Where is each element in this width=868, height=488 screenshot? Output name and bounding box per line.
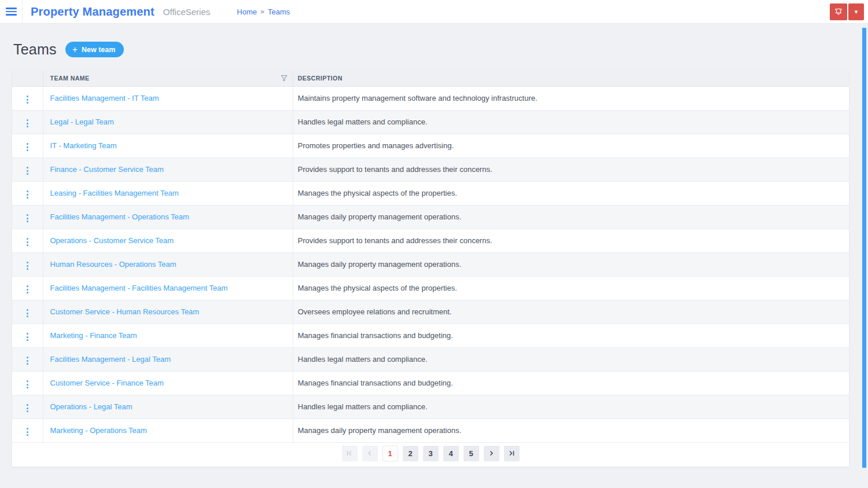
- pagination-page-4[interactable]: 4: [443, 446, 459, 461]
- table-row: Facilities Management - Legal Team Handl…: [12, 347, 849, 371]
- new-team-button-label: New team: [82, 46, 115, 54]
- app-title: Property Management: [31, 5, 155, 19]
- row-menu-kebab-icon[interactable]: [24, 141, 31, 153]
- plus-icon: +: [72, 45, 78, 54]
- vertical-scrollbar[interactable]: [862, 28, 866, 468]
- pagination-prev-button[interactable]: [362, 446, 378, 461]
- table-row: Operations - Legal Team Handles legal ma…: [12, 395, 849, 419]
- pagination-page-2[interactable]: 2: [403, 446, 418, 461]
- row-menu-kebab-icon[interactable]: [24, 188, 31, 201]
- row-menu-kebab-icon[interactable]: [24, 259, 31, 272]
- table-header-row: TEAM NAME DESCRIPTION: [12, 71, 849, 86]
- pagination-last-button[interactable]: [504, 446, 520, 461]
- topbar: Property Management OfficeSeries Home » …: [0, 0, 868, 24]
- row-menu-kebab-icon[interactable]: [24, 283, 31, 296]
- team-name-link[interactable]: Human Resources - Operations Team: [50, 260, 176, 269]
- row-menu-kebab-icon[interactable]: [24, 117, 31, 130]
- pagination-first-button[interactable]: [342, 446, 358, 461]
- app-screen: Property Management OfficeSeries Home » …: [0, 0, 868, 488]
- filter-icon[interactable]: [281, 75, 288, 82]
- pagination-page-5[interactable]: 5: [464, 446, 479, 461]
- team-name-link[interactable]: Facilities Management - IT Team: [50, 94, 159, 102]
- team-name-column-label: TEAM NAME: [50, 75, 90, 82]
- team-name-column-header[interactable]: TEAM NAME: [43, 71, 293, 86]
- team-description: Manages financial transactions and budge…: [293, 324, 849, 347]
- team-description: Manages daily property management operat…: [293, 205, 849, 229]
- row-menu-kebab-icon[interactable]: [24, 212, 31, 225]
- team-description: Manages financial transactions and budge…: [293, 371, 849, 395]
- row-menu-kebab-icon[interactable]: [24, 236, 31, 248]
- description-column-label: DESCRIPTION: [298, 75, 343, 82]
- pagination: 1 2 3 4 5: [12, 443, 849, 467]
- team-description: Manages daily property management operat…: [293, 252, 849, 276]
- team-description: Maintains property management software a…: [293, 86, 849, 110]
- row-menu-kebab-icon[interactable]: [24, 378, 31, 391]
- table-body: Facilities Management - IT Team Maintain…: [12, 86, 849, 442]
- breadcrumb-separator: »: [260, 8, 264, 16]
- page-content: Teams + New team TEAM NAME: [0, 24, 868, 467]
- team-description: Handles legal matters and compliance.: [293, 395, 849, 419]
- team-description: Manages the physical aspects of the prop…: [293, 276, 849, 300]
- team-name-link[interactable]: Customer Service - Human Resources Team: [50, 307, 200, 316]
- first-page-icon: [346, 450, 353, 457]
- team-name-link[interactable]: Finance - Customer Service Team: [50, 165, 164, 174]
- table-row: Marketing - Finance Team Manages financi…: [12, 324, 849, 347]
- pagination-page-1[interactable]: 1: [382, 446, 398, 461]
- row-menu-kebab-icon[interactable]: [24, 425, 31, 438]
- team-name-link[interactable]: Facilities Management - Operations Team: [50, 212, 189, 221]
- table-row: Customer Service - Human Resources Team …: [12, 300, 849, 324]
- row-menu-kebab-icon[interactable]: [24, 164, 31, 177]
- table-row: IT - Marketing Team Promotes properties …: [12, 134, 849, 157]
- team-name-link[interactable]: Leasing - Facilities Management Team: [50, 189, 179, 197]
- table-row: Customer Service - Finance Team Manages …: [12, 371, 849, 395]
- breadcrumb-home-link[interactable]: Home: [237, 8, 257, 16]
- table-row: Operations - Customer Service Team Provi…: [12, 229, 849, 252]
- new-team-button[interactable]: + New team: [65, 42, 124, 57]
- table-row: Facilities Management - IT Team Maintain…: [12, 86, 849, 110]
- table-row: Marketing - Operations Team Manages dail…: [12, 419, 849, 442]
- team-name-link[interactable]: Legal - Legal Team: [50, 118, 114, 126]
- page-heading-row: Teams + New team: [12, 41, 849, 58]
- table-row: Leasing - Facilities Management Team Man…: [12, 181, 849, 205]
- table-row: Finance - Customer Service Team Provides…: [12, 157, 849, 181]
- team-description: Provides support to tenants and addresse…: [293, 157, 849, 181]
- breadcrumb: Home » Teams: [237, 8, 290, 16]
- breadcrumb-current-link[interactable]: Teams: [268, 8, 290, 16]
- team-description: Oversees employee relations and recruitm…: [293, 300, 849, 324]
- table-row: Facilities Management - Operations Team …: [12, 205, 849, 229]
- team-name-link[interactable]: Operations - Customer Service Team: [50, 236, 174, 245]
- team-description: Promotes properties and manages advertis…: [293, 134, 849, 157]
- team-description: Handles legal matters and compliance.: [293, 110, 849, 134]
- teams-table-card: TEAM NAME DESCRIPTION: [12, 71, 849, 467]
- prev-page-icon: [366, 450, 373, 457]
- row-menu-kebab-icon[interactable]: [24, 354, 31, 367]
- actions-column-header: [12, 71, 43, 86]
- team-name-link[interactable]: Facilities Management - Legal Team: [50, 355, 171, 364]
- row-menu-kebab-icon[interactable]: [24, 93, 31, 106]
- bell-icon: [834, 7, 843, 16]
- teams-table: TEAM NAME DESCRIPTION: [12, 71, 849, 443]
- row-menu-kebab-icon[interactable]: [24, 307, 31, 320]
- caret-down-icon: ▾: [855, 8, 858, 16]
- team-description: Handles legal matters and compliance.: [293, 347, 849, 371]
- next-page-icon: [488, 450, 495, 457]
- user-menu-button[interactable]: ▾: [848, 3, 864, 20]
- table-row: Legal - Legal Team Handles legal matters…: [12, 110, 849, 134]
- team-name-link[interactable]: IT - Marketing Team: [50, 141, 117, 150]
- team-name-link[interactable]: Facilities Management - Facilities Manag…: [50, 284, 228, 292]
- pagination-page-3[interactable]: 3: [423, 446, 439, 461]
- team-name-link[interactable]: Customer Service - Finance Team: [50, 379, 164, 387]
- hamburger-icon: [6, 8, 17, 15]
- row-menu-kebab-icon[interactable]: [24, 402, 31, 414]
- page-title: Teams: [13, 41, 57, 58]
- pagination-next-button[interactable]: [484, 446, 499, 461]
- table-row: Human Resources - Operations Team Manage…: [12, 252, 849, 276]
- description-column-header[interactable]: DESCRIPTION: [293, 71, 849, 86]
- team-name-link[interactable]: Operations - Legal Team: [50, 402, 133, 411]
- team-description: Manages daily property management operat…: [293, 419, 849, 442]
- row-menu-kebab-icon[interactable]: [24, 331, 31, 343]
- team-name-link[interactable]: Marketing - Operations Team: [50, 426, 147, 435]
- hamburger-menu-button[interactable]: [0, 0, 22, 24]
- notifications-button[interactable]: [830, 3, 847, 20]
- team-name-link[interactable]: Marketing - Finance Team: [50, 331, 137, 340]
